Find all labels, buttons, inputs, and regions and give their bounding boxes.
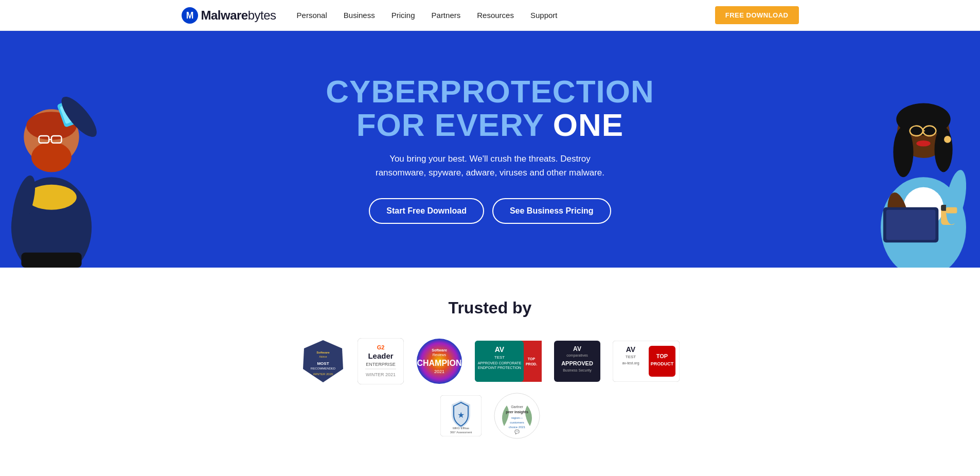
svg-text:customers: customers (510, 421, 524, 424)
nav-item-business[interactable]: Business (344, 11, 375, 20)
gartner-badge-icon: Gartner peer insights region— customers … (494, 393, 540, 439)
navbar: M Malwarebytes Personal Business Pricing… (0, 0, 980, 31)
svg-text:WINTER 2021: WINTER 2021 (365, 372, 395, 377)
badge-software-reviews: Software Reviews CHAMPION 2021 (416, 338, 462, 384)
svg-text:★: ★ (457, 411, 465, 419)
svg-text:region—: region— (511, 416, 523, 419)
svg-text:comparatives: comparatives (566, 354, 588, 358)
svg-point-24 (944, 136, 951, 143)
hero-section: CYBERPROTECTION FOR EVERY ONE You bring … (0, 31, 980, 268)
hero-subtitle: You bring your best. We'll crush the thr… (366, 152, 613, 180)
svg-text:choice 2021: choice 2021 (508, 426, 525, 429)
software-advice-badge-icon: Software Advice MOST RECOMMENDED WINTER … (301, 339, 345, 383)
svg-text:Business Security: Business Security (563, 368, 592, 373)
svg-text:Software: Software (316, 351, 330, 354)
svg-text:MRG Effitas: MRG Effitas (452, 427, 469, 430)
svg-text:peer insights: peer insights (506, 410, 528, 414)
badge-avtest-corporate: AV TEST APPROVED CORPORATE ENDPOINT PROT… (475, 341, 542, 382)
svg-text:AV: AV (626, 345, 635, 354)
svg-point-4 (31, 142, 72, 172)
hero-buttons: Start Free Download See Business Pricing (326, 198, 654, 224)
nav-link-business[interactable]: Business (344, 11, 375, 20)
logo-icon: M (182, 7, 198, 24)
svg-text:Software: Software (432, 348, 447, 352)
svg-rect-28 (886, 210, 936, 240)
nav-link-pricing[interactable]: Pricing (391, 11, 415, 20)
badge-mrg: ★ MRG Effitas 360° Assessment (440, 395, 482, 436)
avcomparatives-badge-icon: AV comparatives APPROVED Business Securi… (554, 341, 600, 382)
nav-item-support[interactable]: Support (530, 11, 558, 20)
badge-g2: G2 Leader ENTERPRISE WINTER 2021 (358, 338, 404, 384)
nav-item-pricing[interactable]: Pricing (391, 11, 415, 20)
svg-rect-14 (21, 253, 81, 268)
badges-row-2: ★ MRG Effitas 360° Assessment Gartner pe… (21, 393, 959, 439)
svg-text:M: M (186, 10, 193, 20)
avtest-top-badge-icon: AV TEST av-test.org TOP PRODUCT (613, 341, 680, 382)
mrg-badge-icon: ★ MRG Effitas 360° Assessment (440, 395, 482, 436)
svg-rect-32 (946, 207, 957, 214)
badges-row-1: Software Advice MOST RECOMMENDED WINTER … (21, 338, 959, 384)
svg-text:TEST: TEST (625, 355, 636, 359)
nav-item-partners[interactable]: Partners (432, 11, 461, 20)
badge-avtest-top: AV TEST av-test.org TOP PRODUCT (613, 341, 680, 382)
avtest-corporate-badge-icon: AV TEST APPROVED CORPORATE ENDPOINT PROT… (475, 341, 542, 382)
svg-point-19 (893, 127, 913, 178)
svg-text:ENTERPRISE: ENTERPRISE (366, 362, 396, 367)
trusted-title: Trusted by (21, 298, 959, 318)
see-business-pricing-button[interactable]: See Business Pricing (492, 198, 611, 224)
svg-text:av-test.org: av-test.org (622, 361, 639, 365)
g2-badge-icon: G2 Leader ENTERPRISE WINTER 2021 (358, 338, 404, 384)
nav-link-support[interactable]: Support (530, 11, 558, 20)
svg-text:Reviews: Reviews (432, 353, 446, 357)
free-download-button[interactable]: FREE DOWNLOAD (715, 6, 799, 24)
badge-gartner: Gartner peer insights region— customers … (494, 393, 540, 439)
nav-links: Personal Business Pricing Partners Resou… (297, 11, 715, 20)
svg-text:RECOMMENDED: RECOMMENDED (310, 367, 335, 370)
svg-text:Advice: Advice (319, 355, 327, 358)
hero-content: CYBERPROTECTION FOR EVERY ONE You bring … (315, 44, 664, 255)
svg-text:💬: 💬 (514, 429, 520, 434)
nav-link-personal[interactable]: Personal (297, 11, 327, 20)
logo-link[interactable]: M Malwarebytes (182, 7, 276, 24)
svg-point-25 (916, 140, 930, 147)
svg-text:TOP: TOP (656, 353, 667, 359)
hero-title: CYBERPROTECTION FOR EVERY ONE (326, 75, 654, 142)
svg-point-20 (934, 127, 952, 172)
svg-text:Gartner: Gartner (511, 405, 523, 409)
svg-text:TOP: TOP (527, 357, 535, 361)
badge-avcomparatives: AV comparatives APPROVED Business Securi… (554, 341, 600, 382)
svg-text:APPROVED CORPORATE: APPROVED CORPORATE (477, 361, 521, 365)
svg-text:PRODUCT: PRODUCT (650, 361, 673, 366)
svg-text:2021: 2021 (434, 369, 444, 374)
svg-text:APPROVED: APPROVED (561, 360, 593, 366)
svg-text:WINTER 2020: WINTER 2020 (313, 373, 333, 376)
svg-text:360° Assessment: 360° Assessment (450, 431, 472, 434)
svg-text:AV: AV (573, 345, 581, 352)
nav-item-personal[interactable]: Personal (297, 11, 327, 20)
badge-software-advice: Software Advice MOST RECOMMENDED WINTER … (301, 339, 345, 383)
hero-person-right (867, 51, 980, 268)
svg-text:MOST: MOST (317, 361, 329, 366)
trusted-section: Trusted by Software Advice MOST RECOMMEN… (0, 268, 980, 460)
svg-text:G2: G2 (377, 344, 384, 350)
nav-link-resources[interactable]: Resources (477, 11, 514, 20)
svg-text:PROD.: PROD. (525, 362, 537, 366)
software-reviews-badge-icon: Software Reviews CHAMPION 2021 (416, 338, 462, 384)
svg-rect-52 (521, 341, 542, 382)
svg-text:TEST: TEST (494, 355, 505, 360)
nav-item-resources[interactable]: Resources (477, 11, 514, 20)
svg-text:AV: AV (494, 345, 504, 354)
svg-text:CHAMPION: CHAMPION (417, 359, 461, 367)
svg-text:ENDPOINT PROTECTION: ENDPOINT PROTECTION (478, 366, 521, 369)
logo-text: Malwarebytes (201, 8, 276, 23)
svg-text:Leader: Leader (368, 351, 393, 360)
hero-person-left (0, 51, 103, 268)
nav-link-partners[interactable]: Partners (432, 11, 461, 20)
start-free-download-button[interactable]: Start Free Download (369, 198, 484, 224)
